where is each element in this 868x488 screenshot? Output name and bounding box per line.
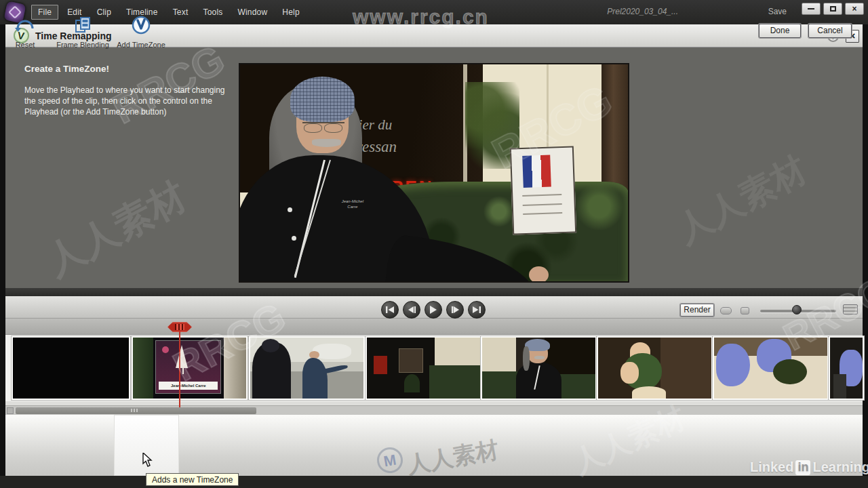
scrollbar-thumb[interactable]: [16, 407, 256, 414]
maximize-button[interactable]: [823, 3, 842, 15]
add-timezone-icon: [111, 15, 172, 35]
frame-blending-icon: [49, 15, 117, 35]
scroll-left-button[interactable]: [7, 407, 14, 414]
zoom-in-icon[interactable]: [843, 304, 858, 314]
zoom-small-icon[interactable]: [741, 307, 749, 314]
step-back-button[interactable]: [403, 301, 420, 319]
bottom-toolbar: [5, 415, 863, 476]
go-to-end-button[interactable]: [468, 301, 486, 319]
zoom-out-icon[interactable]: [720, 307, 732, 314]
preview-chef-bandana: [290, 77, 354, 122]
zoom-slider-knob[interactable]: [792, 305, 802, 314]
filmstrip-thumbnail[interactable]: [366, 336, 481, 400]
filmstrip-thumbnail[interactable]: [713, 336, 829, 400]
reset-icon: [0, 15, 56, 35]
save-button[interactable]: Save: [768, 7, 787, 16]
french-flag: [523, 155, 551, 187]
premiere-elements-window: File Edit Clip Timeline Text Tools Windo…: [0, 0, 868, 488]
minimize-icon: [808, 8, 814, 9]
instructions-panel: Create a TimeZone! Move the Playhead to …: [24, 64, 228, 117]
filmstrip-thumbnail[interactable]: [597, 336, 713, 400]
instructions-body: Move the Playhead to where you want to s…: [24, 85, 228, 117]
playhead-line: [179, 331, 180, 407]
filmstrip-thumbnail[interactable]: Jean-Michel Carre: [132, 336, 248, 400]
timeline-ruler[interactable]: [5, 319, 863, 335]
add-timezone-tooltip: Adds a new TimeZone: [146, 473, 239, 486]
close-icon: ×: [852, 5, 856, 13]
play-button[interactable]: [425, 301, 442, 319]
preview-tree-trunk: [601, 64, 628, 190]
filmstrip-thumbnail[interactable]: [12, 336, 130, 400]
preview-sandwich-sign: [510, 146, 577, 235]
reset-button[interactable]: Reset: [0, 15, 56, 49]
done-button[interactable]: Done: [759, 24, 801, 38]
video-preview: olatier du Bressan PEN Jean-MichelCarre: [239, 63, 629, 283]
step-forward-button[interactable]: [446, 301, 464, 319]
close-window-button[interactable]: ×: [845, 3, 864, 15]
render-button[interactable]: Render: [680, 304, 714, 317]
filmstrip-thumbnail[interactable]: [829, 336, 864, 400]
maximize-icon: [830, 6, 836, 12]
instructions-heading: Create a TimeZone!: [24, 64, 228, 74]
menu-tools[interactable]: Tools: [197, 5, 229, 19]
menu-window[interactable]: Window: [231, 5, 273, 19]
mouse-cursor: [142, 453, 153, 470]
minimize-button[interactable]: [802, 3, 821, 15]
filmstrip-thumbnail[interactable]: [249, 336, 365, 400]
filmstrip-scrollbar[interactable]: [5, 405, 863, 415]
go-to-start-button[interactable]: [381, 301, 399, 319]
bottom-strip: [0, 476, 868, 488]
add-timezone-button[interactable]: Add TimeZone: [111, 15, 172, 49]
project-title: Prel2020_03_04_...: [607, 7, 678, 16]
frame-blending-button[interactable]: Frame Blending: [49, 15, 117, 49]
filmstrip-thumbnail[interactable]: [481, 336, 597, 400]
linkedin-in-icon: in: [795, 460, 810, 475]
menu-help[interactable]: Help: [276, 5, 305, 19]
filmstrip-timeline: Jean-Michel Carre: [5, 335, 863, 401]
cancel-button[interactable]: Cancel: [808, 24, 852, 38]
linkedin-learning-logo: LinkedinLearning: [750, 460, 868, 475]
